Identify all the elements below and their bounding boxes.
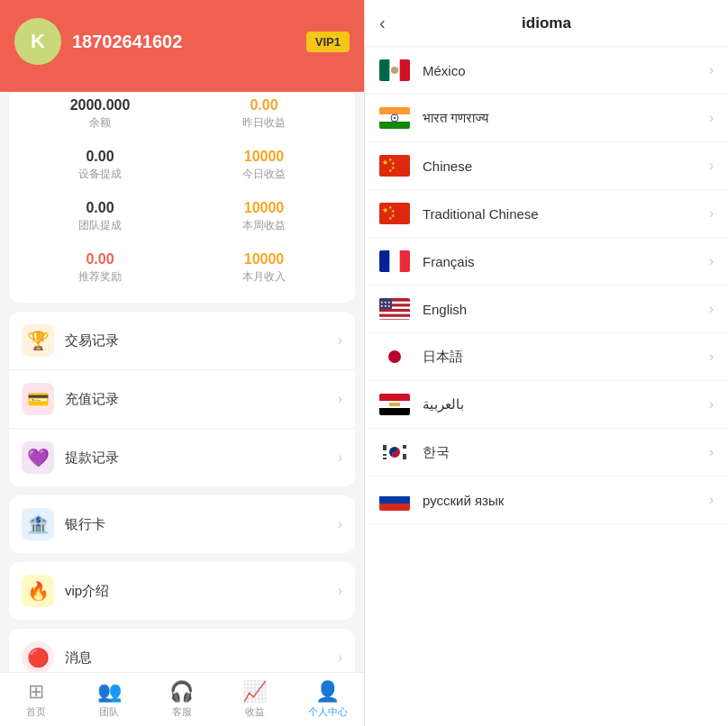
team-value: 0.00 <box>86 200 114 216</box>
profile-icon: 👤 <box>315 680 340 703</box>
menu-item-bank[interactable]: 🏦 银行卡 › <box>9 495 355 553</box>
lang-name-japanese: 日本語 <box>423 349 709 366</box>
lang-name-chinese: Chinese <box>423 159 709 174</box>
lang-arrow-russian: › <box>709 492 714 508</box>
lang-item-arabic[interactable]: بالعربية › <box>365 381 728 429</box>
flag-french <box>379 250 410 272</box>
lang-item-trad-chinese[interactable]: ★ ★ ★ ★ ★ Traditional Chinese › <box>365 190 728 238</box>
menu-item-withdraw[interactable]: 💜 提款记录 › <box>9 429 355 486</box>
lang-name-english: English <box>423 302 709 317</box>
menu-item-recharge[interactable]: 💳 充值记录 › <box>9 370 355 429</box>
stat-week: 10000 本周收益 <box>182 195 346 239</box>
bottom-nav: ⊞ 首页 👥 团队 🎧 客服 📈 收益 👤 个人中心 <box>0 672 364 726</box>
today-label: 今日收益 <box>242 167 286 182</box>
svg-rect-23 <box>400 250 410 272</box>
nav-team[interactable]: 👥 团队 <box>73 673 146 726</box>
withdraw-icon: 💜 <box>22 441 54 474</box>
svg-text:★: ★ <box>382 159 388 167</box>
recharge-label: 充值记录 <box>65 391 338 408</box>
withdraw-label: 提款记录 <box>65 449 338 467</box>
vip-icon: 🔥 <box>22 575 54 607</box>
notification-arrow: › <box>338 649 342 666</box>
lang-item-mexico[interactable]: México › <box>365 47 728 95</box>
flag-russian <box>379 489 410 511</box>
lang-name-arabic: بالعربية <box>423 396 709 413</box>
lang-name-trad-chinese: Traditional Chinese <box>423 206 709 222</box>
notification-label: 消息 <box>65 649 338 667</box>
service-icon: 🎧 <box>169 680 194 703</box>
svg-rect-50 <box>379 489 410 496</box>
svg-rect-52 <box>379 504 410 511</box>
lang-arrow-india: › <box>709 110 714 126</box>
notification-icon: 🔴 <box>22 641 54 674</box>
menu-item-vip[interactable]: 🔥 vip介绍 › <box>9 562 355 620</box>
lang-arrow-japanese: › <box>709 349 714 365</box>
today-value: 10000 <box>244 149 285 165</box>
lang-item-chinese[interactable]: ★ ★ ★ ★ ★ Chinese › <box>365 142 728 190</box>
team-icon: 👥 <box>97 680 122 703</box>
menu-item-transactions[interactable]: 🏆 交易记录 › <box>9 312 355 370</box>
lang-name-russian: русский язык <box>423 493 709 508</box>
bank-arrow: › <box>338 516 342 532</box>
flag-trad-chinese: ★ ★ ★ ★ ★ <box>379 203 410 224</box>
flag-arabic <box>379 394 410 415</box>
lang-item-french[interactable]: Français › <box>365 238 728 286</box>
home-label: 首页 <box>26 705 46 719</box>
stat-yesterday: 0.00 昨日收益 <box>182 92 346 136</box>
lang-name-korean: 한국 <box>423 444 709 461</box>
yesterday-value: 0.00 <box>250 97 278 113</box>
language-header: ‹ idioma <box>365 0 728 47</box>
svg-rect-34 <box>379 394 410 401</box>
transactions-icon: 🏆 <box>22 324 54 357</box>
svg-rect-37 <box>389 403 400 406</box>
svg-rect-28 <box>379 317 410 320</box>
bank-label: 银行卡 <box>65 516 338 533</box>
lang-item-korean[interactable]: 한국 › <box>365 429 728 476</box>
nav-profile[interactable]: 👤 个人中心 <box>291 673 364 726</box>
nav-service[interactable]: 🎧 客服 <box>146 673 219 726</box>
team-label: 团队提成 <box>78 218 122 233</box>
month-value: 10000 <box>244 251 285 268</box>
device-value: 0.00 <box>86 149 114 165</box>
svg-rect-6 <box>379 122 410 129</box>
yesterday-label: 昨日收益 <box>242 115 286 131</box>
svg-point-8 <box>394 117 396 119</box>
transactions-arrow: › <box>338 332 342 349</box>
month-label: 本月收入 <box>242 269 286 285</box>
menu-section-vip: 🔥 vip介绍 › <box>9 562 355 620</box>
team-label: 团队 <box>99 705 119 719</box>
svg-rect-36 <box>379 408 410 415</box>
profile-header: K 18702641602 VIP1 <box>0 0 364 92</box>
back-button[interactable]: ‹ <box>379 13 386 33</box>
lang-arrow-chinese: › <box>709 158 714 174</box>
nav-earnings[interactable]: 📈 收益 <box>218 673 291 726</box>
svg-point-3 <box>391 67 398 74</box>
svg-text:★★★: ★★★ <box>380 304 391 308</box>
transactions-label: 交易记录 <box>65 332 338 349</box>
svg-rect-51 <box>379 496 410 504</box>
svg-rect-5 <box>379 107 410 114</box>
page-title: idioma <box>522 14 571 32</box>
recharge-arrow: › <box>338 391 342 407</box>
svg-point-33 <box>388 350 401 363</box>
avatar: K <box>14 18 61 65</box>
lang-item-russian[interactable]: русский язык › <box>365 476 728 524</box>
stat-team: 0.00 团队提成 <box>18 195 182 239</box>
lang-arrow-french: › <box>709 253 714 269</box>
menu-section-bank: 🏦 银行卡 › <box>9 495 355 553</box>
lang-arrow-trad-chinese: › <box>709 205 714 222</box>
lang-item-english[interactable]: ★★★ ★★★ English › <box>365 286 728 333</box>
referral-value: 0.00 <box>86 251 114 268</box>
stat-today: 10000 今日收益 <box>182 143 346 187</box>
lang-arrow-arabic: › <box>709 396 714 413</box>
vip-label: vip介绍 <box>65 583 338 600</box>
flag-mexico <box>379 59 410 81</box>
vip-arrow: › <box>338 583 342 599</box>
balance-label: 余额 <box>89 115 111 131</box>
service-label: 客服 <box>172 705 192 719</box>
lang-item-india[interactable]: भारत गणराज्य › <box>365 95 728 142</box>
nav-home[interactable]: ⊞ 首页 <box>0 673 73 726</box>
flag-english: ★★★ ★★★ <box>379 298 410 320</box>
lang-item-japanese[interactable]: 日本語 › <box>365 333 728 381</box>
stat-referral: 0.00 推荐奖励 <box>18 246 182 290</box>
